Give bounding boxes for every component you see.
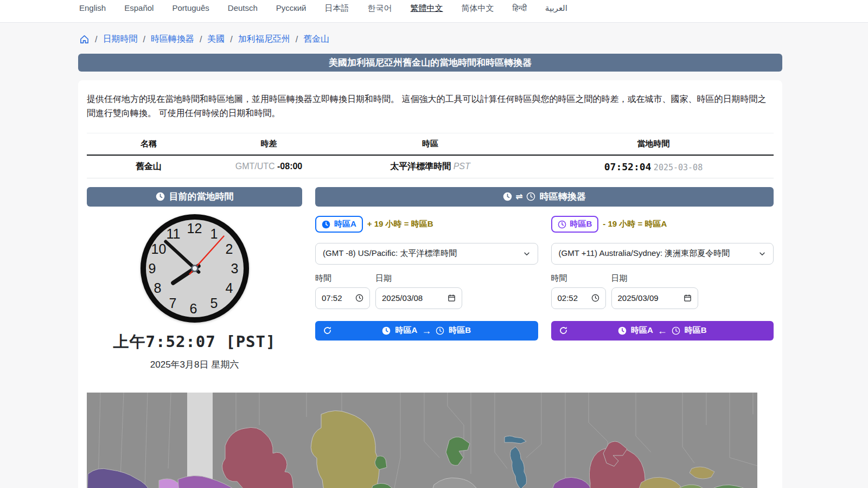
lang-simplified-chinese[interactable]: 简体中文 <box>462 2 494 14</box>
timezone-cell: 太平洋標準時間 PST <box>327 155 533 178</box>
col-timezone: 時區 <box>327 133 533 155</box>
lang-arabic[interactable]: العربية <box>545 2 567 14</box>
clock-outline-icon <box>672 326 680 335</box>
zone-a-date-input[interactable]: 2025/03/08 <box>375 287 462 309</box>
chevron-down-icon <box>523 250 531 258</box>
page-title: 美國加利福尼亞州舊金山的當地時間和時區轉換器 <box>78 54 782 72</box>
breadcrumb-usa[interactable]: 美國 <box>207 34 225 45</box>
zone-a-timezone-select[interactable]: (GMT -8) US/Pacific: 太平洋標準時間 <box>315 243 538 265</box>
clock-filled-icon <box>382 326 391 335</box>
clock-filled-icon <box>503 192 512 201</box>
zone-a-time-input[interactable]: 07:52 <box>315 287 370 309</box>
breadcrumb-datetime[interactable]: 日期時間 <box>103 34 137 45</box>
local-time-panel: 目前的當地時間 12 1 2 3 4 5 6 7 8 9 10 <box>87 187 302 371</box>
converter-panel-header: ⇌ 時區轉換器 <box>315 187 774 207</box>
breadcrumb-converter[interactable]: 時區轉換器 <box>151 34 194 45</box>
timezone-map[interactable] <box>87 393 774 488</box>
breadcrumb-san-francisco[interactable]: 舊金山 <box>303 34 329 45</box>
lang-korean[interactable]: 한국어 <box>368 2 392 14</box>
zone-b-time-field: 時間 02:52 <box>551 273 606 309</box>
zone-b-relation: - 19 小時 = 時區A <box>603 219 667 229</box>
col-localtime: 當地時間 <box>533 133 774 155</box>
zone-b-badge: 時區B <box>551 216 599 233</box>
lang-traditional-chinese[interactable]: 繁體中文 <box>411 2 443 14</box>
highlighted-timezone-band <box>187 393 213 488</box>
home-link[interactable] <box>79 34 90 44</box>
arrow-right-icon: → <box>422 326 431 336</box>
analog-clock: 12 1 2 3 4 5 6 7 8 9 10 11 <box>141 214 249 323</box>
clock-outline-icon <box>558 220 566 229</box>
lang-espanol[interactable]: Español <box>124 2 154 14</box>
digital-date: 2025年3月8日 星期六 <box>150 358 239 371</box>
zone-b-time-input[interactable]: 02:52 <box>551 287 606 309</box>
lang-portugues[interactable]: Português <box>172 2 209 14</box>
lang-japanese[interactable]: 日本語 <box>325 2 349 14</box>
clock-filled-icon <box>322 220 330 229</box>
local-time-panel-header: 目前的當地時間 <box>87 187 302 207</box>
timezone-converter-panel: ⇌ 時區轉換器 時區A + 19 小時 = 時區B <box>315 187 774 371</box>
refresh-icon <box>559 326 568 335</box>
digital-time: 上午7:52:07 [PST] <box>113 331 276 353</box>
zone-a-relation: + 19 小時 = 時區B <box>367 219 433 229</box>
main-card: 提供任何地方的現在當地時間和時區地圖，並用時區轉換器立即轉換日期和時間。 這個強… <box>78 80 782 488</box>
zone-a-column: 時區A + 19 小時 = 時區B (GMT -8) US/Pacific: 太… <box>315 215 538 341</box>
table-row: 舊金山 GMT/UTC -08:00 太平洋標準時間 PST 07:52:04 … <box>87 155 774 178</box>
zone-b-timezone-select[interactable]: (GMT +11) Australia/Sydney: 澳洲東部夏令時間 <box>551 243 774 265</box>
col-offset: 時差 <box>210 133 327 155</box>
zone-b-column: 時區B - 19 小時 = 時區A (GMT +11) Australia/Sy… <box>551 215 774 341</box>
lang-hindi[interactable]: हिन्दी <box>513 2 527 14</box>
convert-b-to-a-button[interactable]: 時區A ← 時區B <box>551 321 774 341</box>
calendar-icon <box>684 294 692 302</box>
chevron-down-icon <box>758 250 766 258</box>
arrow-left-icon: ← <box>658 326 667 336</box>
col-name: 名稱 <box>87 133 210 155</box>
convert-a-to-b-button[interactable]: 時區A → 時區B <box>315 321 538 341</box>
zone-b-date-field: 日期 2025/03/09 <box>611 273 698 309</box>
intro-text: 提供任何地方的現在當地時間和時區地圖，並用時區轉換器立即轉換日期和時間。 這個強… <box>87 89 774 129</box>
zone-a-badge: 時區A <box>315 216 363 233</box>
clock-filled-icon <box>618 326 627 335</box>
breadcrumb-california[interactable]: 加利福尼亞州 <box>238 34 290 45</box>
local-time-cell: 07:52:04 2025-03-08 <box>533 155 774 178</box>
timezone-info-table: 名稱 時差 時區 當地時間 舊金山 GMT/UTC -08:00 太平洋標準時間… <box>87 133 774 178</box>
lang-deutsch[interactable]: Deutsch <box>228 2 258 14</box>
breadcrumb-separator: / <box>95 35 97 44</box>
refresh-icon <box>323 326 332 335</box>
lang-russian[interactable]: Русский <box>276 2 307 14</box>
zone-a-date-field: 日期 2025/03/08 <box>375 273 462 309</box>
clock-outline-icon <box>436 326 444 335</box>
city-name: 舊金山 <box>87 155 210 178</box>
gmt-offset: GMT/UTC -08:00 <box>210 155 327 178</box>
clock-hands <box>141 214 249 323</box>
breadcrumb: / 日期時間 / 時區轉換器 / 美國 / 加利福尼亞州 / 舊金山 <box>79 34 868 45</box>
clock-outline-icon <box>355 294 363 302</box>
clock-outline-icon <box>591 294 599 302</box>
clock-outline-icon <box>526 192 535 201</box>
zone-a-time-field: 時間 07:52 <box>315 273 370 309</box>
swap-arrows: ⇌ <box>515 191 522 202</box>
zone-b-date-input[interactable]: 2025/03/09 <box>611 287 698 309</box>
home-icon <box>79 34 90 44</box>
lang-english[interactable]: English <box>79 2 106 14</box>
calendar-icon <box>448 294 456 302</box>
clock-filled-icon <box>156 192 165 201</box>
language-bar: English Español Português Deutsch Русски… <box>0 0 868 23</box>
